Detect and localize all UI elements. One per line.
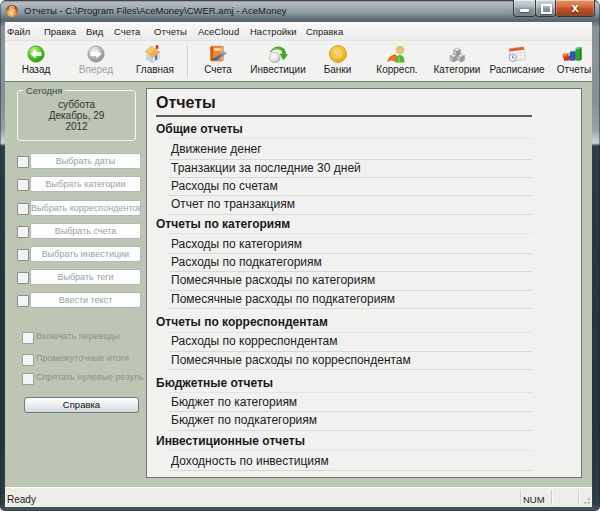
svg-text:S: S bbox=[334, 48, 342, 60]
